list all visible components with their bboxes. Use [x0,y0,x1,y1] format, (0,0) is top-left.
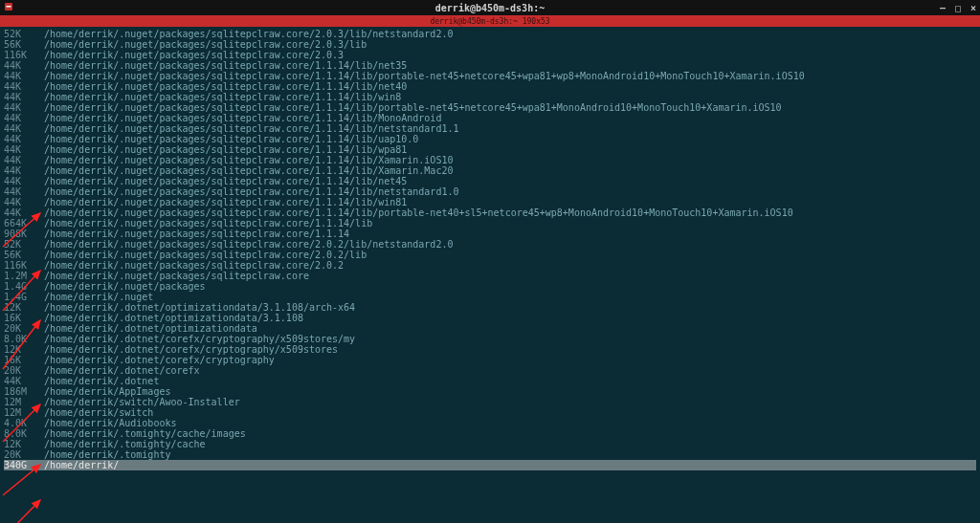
session-banner: derrik@b450m-ds3h:~ 190x53 [0,15,980,27]
path-value: /home/derrik/.nuget/packages/sqlitepclra… [44,29,453,39]
size-value: 44K [4,376,44,386]
size-value: 44K [4,144,44,155]
output-row: 340G/home/derrik/ [4,460,976,470]
path-value: /home/derrik/Audiobooks [44,418,176,428]
size-value: 12M [4,397,44,407]
path-value: /home/derrik/.nuget/packages/sqlitepclra… [44,250,367,260]
output-row: 52K/home/derrik/.nuget/packages/sqlitepc… [4,29,976,39]
path-value: /home/derrik/.nuget/packages/sqlitepclra… [44,207,793,218]
output-row: 16K/home/derrik/.dotnet/corefx/cryptogra… [4,355,976,365]
size-value: 664K [4,218,44,229]
path-value: /home/derrik/.nuget/packages/sqlitepclra… [44,218,372,229]
output-row: 12M/home/derrik/switch [4,407,976,418]
size-value: 44K [4,197,44,207]
path-value: /home/derrik/.dotnet/corefx/cryptography… [44,334,355,344]
path-value: /home/derrik/.nuget/packages/sqlitepclra… [44,165,453,176]
size-value: 12K [4,302,44,313]
output-row: 12K/home/derrik/.dotnet/corefx/cryptogra… [4,344,976,355]
path-value: /home/derrik/.nuget/packages/sqlitepclra… [44,113,441,123]
size-value: 44K [4,113,44,123]
size-value: 116K [4,260,44,271]
output-row: 8.0K/home/derrik/.tomighty/cache/images [4,428,976,439]
path-value: /home/derrik/.nuget/packages/sqlitepclra… [44,155,453,165]
path-value: /home/derrik/switch [44,407,153,418]
path-value: /home/derrik/.nuget/packages/sqlitepclra… [44,260,344,271]
size-value: 16K [4,313,44,323]
size-value: 1.4G [4,281,44,292]
window-titlebar[interactable]: derrik@b450m-ds3h:~ — □ × [0,0,980,15]
path-value: /home/derrik/.nuget/packages/sqlitepclra… [44,71,805,81]
size-value: 12K [4,344,44,355]
size-value: 908K [4,229,44,239]
output-row: 44K/home/derrik/.nuget/packages/sqlitepc… [4,155,976,165]
size-value: 44K [4,71,44,81]
path-value: /home/derrik/.nuget/packages/sqlitepclra… [44,134,418,144]
path-value: /home/derrik/.dotnet/corefx/cryptography… [44,344,338,355]
size-value: 44K [4,207,44,218]
size-value: 1.4G [4,292,44,302]
path-value: /home/derrik/.tomighty [44,449,170,460]
path-value: /home/derrik/.nuget/packages/sqlitepclra… [44,229,349,239]
output-row: 1.2M/home/derrik/.nuget/packages/sqlitep… [4,271,976,281]
output-row: 44K/home/derrik/.nuget/packages/sqlitepc… [4,102,976,113]
size-value: 52K [4,29,44,39]
output-row: 44K/home/derrik/.nuget/packages/sqlitepc… [4,165,976,176]
path-value: /home/derrik/.nuget/packages/sqlitepclra… [44,271,309,281]
output-row: 1.4G/home/derrik/.nuget/packages [4,281,976,292]
path-value: /home/derrik/.dotnet/corefx/cryptography [44,355,275,365]
path-value: /home/derrik/.nuget [44,292,153,302]
output-row: 116K/home/derrik/.nuget/packages/sqlitep… [4,260,976,271]
output-row: 44K/home/derrik/.nuget/packages/sqlitepc… [4,60,976,71]
output-row: 908K/home/derrik/.nuget/packages/sqlitep… [4,229,976,239]
path-value: /home/derrik/.dotnet/optimizationdata [44,323,257,334]
maximize-button[interactable]: □ [955,3,961,13]
size-value: 44K [4,155,44,165]
size-value: 186M [4,386,44,397]
size-value: 116K [4,50,44,60]
size-value: 20K [4,323,44,334]
output-row: 4.0K/home/derrik/Audiobooks [4,418,976,428]
size-value: 44K [4,60,44,71]
path-value: /home/derrik/.nuget/packages/sqlitepclra… [44,50,344,60]
path-value: /home/derrik/.tomighty/cache [44,439,206,449]
output-row: 20K/home/derrik/.dotnet/corefx [4,365,976,376]
output-row: 56K/home/derrik/.nuget/packages/sqlitepc… [4,250,976,260]
output-row: 52K/home/derrik/.nuget/packages/sqlitepc… [4,239,976,250]
path-value: /home/derrik/.dotnet [44,376,159,386]
minimize-button[interactable]: — [940,3,946,13]
output-row: 56K/home/derrik/.nuget/packages/sqlitepc… [4,39,976,50]
size-value: 12M [4,407,44,418]
output-row: 44K/home/derrik/.nuget/packages/sqlitepc… [4,123,976,134]
path-value: /home/derrik/ [44,460,119,470]
size-value: 44K [4,186,44,197]
output-row: 44K/home/derrik/.nuget/packages/sqlitepc… [4,176,976,186]
size-value: 44K [4,134,44,144]
path-value: /home/derrik/.nuget/packages/sqlitepclra… [44,176,407,186]
output-row: 12K/home/derrik/.dotnet/optimizationdata… [4,302,976,313]
output-row: 12K/home/derrik/.tomighty/cache [4,439,976,449]
close-button[interactable]: × [970,3,976,13]
output-row: 16K/home/derrik/.dotnet/optimizationdata… [4,313,976,323]
size-value: 44K [4,165,44,176]
output-row: 44K/home/derrik/.nuget/packages/sqlitepc… [4,92,976,102]
path-value: /home/derrik/.nuget/packages/sqlitepclra… [44,239,453,250]
size-value: 52K [4,239,44,250]
svg-rect-1 [7,6,11,8]
output-row: 8.0K/home/derrik/.dotnet/corefx/cryptogr… [4,334,976,344]
window-title: derrik@b450m-ds3h:~ [435,3,545,13]
size-value: 56K [4,39,44,50]
size-value: 340G [4,460,44,470]
path-value: /home/derrik/.nuget/packages [44,281,206,292]
size-value: 44K [4,176,44,186]
path-value: /home/derrik/.nuget/packages/sqlitepclra… [44,60,407,71]
terminal-viewport[interactable]: 52K/home/derrik/.nuget/packages/sqlitepc… [0,27,980,523]
size-value: 44K [4,102,44,113]
svg-line-7 [3,500,40,523]
size-value: 44K [4,81,44,92]
size-value: 56K [4,250,44,260]
window-controls: — □ × [940,0,976,15]
output-row: 44K/home/derrik/.nuget/packages/sqlitepc… [4,197,976,207]
size-value: 1.2M [4,271,44,281]
output-row: 44K/home/derrik/.nuget/packages/sqlitepc… [4,113,976,123]
output-row: 12M/home/derrik/switch/Awoo-Installer [4,397,976,407]
